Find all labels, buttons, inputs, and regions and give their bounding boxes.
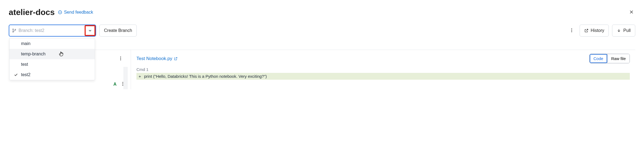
preview-pane: Test Notebook.py Code Raw file Cmd 1 + p… [131, 50, 635, 89]
svg-point-4 [13, 29, 13, 30]
feedback-label: Send feedback [64, 10, 93, 15]
svg-point-7 [571, 28, 572, 29]
branch-option-label: temp-branch [21, 52, 46, 56]
svg-point-1 [59, 12, 59, 13]
more-actions-button[interactable] [567, 26, 576, 36]
tree-more-button[interactable] [116, 54, 125, 64]
branch-option-test[interactable]: test [10, 59, 95, 70]
history-button[interactable]: History [580, 25, 609, 37]
chat-icon [58, 10, 62, 14]
view-mode-code[interactable]: Code [590, 54, 607, 63]
branch-dropdown-toggle[interactable] [85, 25, 96, 36]
diff-added-line: + print ("Hello, Databricks! This is a P… [136, 73, 630, 80]
branch-input[interactable] [19, 28, 82, 33]
branch-option-label: main [21, 41, 31, 46]
diff-plus-marker: + [139, 74, 144, 79]
svg-point-13 [123, 82, 123, 83]
scrollbar[interactable] [124, 67, 127, 89]
svg-point-15 [123, 85, 123, 86]
branch-option-label: test2 [21, 72, 31, 77]
svg-point-8 [571, 30, 572, 31]
svg-point-11 [120, 58, 121, 59]
view-mode-raw[interactable]: Raw file [607, 54, 630, 63]
svg-point-9 [571, 31, 572, 32]
close-button[interactable] [628, 8, 635, 17]
code-diff: Cmd 1 + print ("Hello, Databricks! This … [136, 67, 630, 80]
create-branch-label: Create Branch [104, 28, 132, 33]
svg-point-12 [120, 59, 121, 60]
arrow-down-icon [617, 28, 621, 33]
close-icon [629, 9, 634, 15]
pull-button[interactable]: Pull [612, 25, 635, 37]
check-icon [14, 73, 18, 77]
kebab-icon [118, 56, 123, 61]
svg-point-3 [61, 12, 61, 13]
svg-point-6 [15, 29, 16, 30]
pull-label: Pull [623, 28, 631, 33]
diff-line-content: print ("Hello, Databricks! This is a Pyt… [144, 74, 267, 79]
branch-option-temp-branch[interactable]: temp-branch [10, 49, 95, 59]
branch-option-main[interactable]: main [10, 38, 95, 49]
send-feedback-link[interactable]: Send feedback [58, 10, 93, 15]
external-link-icon [584, 28, 589, 33]
history-label: History [591, 28, 604, 33]
file-name: Test Notebook.py [136, 56, 172, 61]
create-branch-button[interactable]: Create Branch [99, 25, 137, 37]
svg-point-2 [60, 12, 60, 13]
view-mode-toggle: Code Raw file [589, 54, 630, 63]
branch-selector[interactable]: main temp-branch test test2 [9, 25, 96, 37]
svg-point-14 [123, 84, 123, 84]
file-name-link[interactable]: Test Notebook.py [136, 56, 178, 61]
page-title: atelier-docs [9, 8, 55, 17]
kebab-icon [569, 28, 574, 33]
open-external-icon [174, 57, 178, 61]
svg-point-10 [120, 56, 121, 57]
cmd-label: Cmd 1 [136, 67, 630, 72]
chevron-down-icon [88, 28, 92, 33]
file-status-added: A [113, 82, 117, 87]
branch-option-label: test [21, 62, 28, 67]
svg-point-5 [13, 31, 13, 32]
branch-dropdown-menu: main temp-branch test test2 [9, 38, 95, 80]
branch-option-test2[interactable]: test2 [10, 70, 95, 80]
git-branch-icon [12, 28, 16, 33]
